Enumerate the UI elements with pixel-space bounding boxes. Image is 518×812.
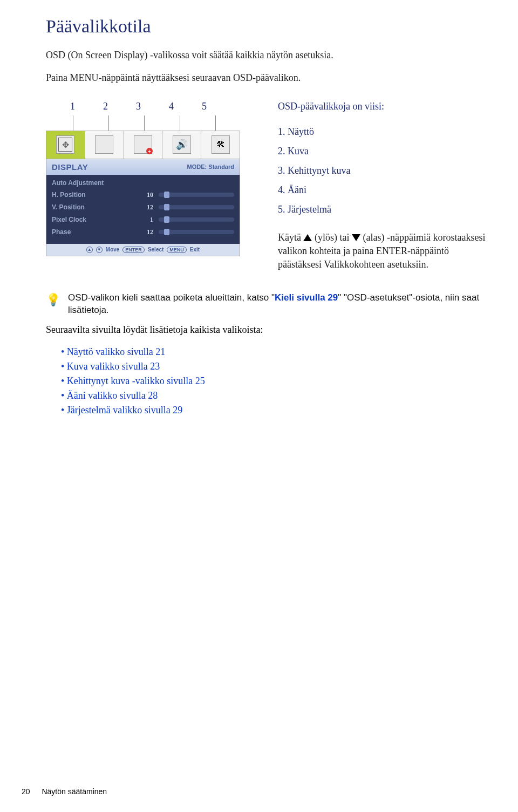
footer-enter-pill[interactable]: ENTER: [122, 247, 145, 253]
row-vpos-value: 12: [137, 203, 153, 211]
row-auto-label: Auto Adjustment: [52, 179, 234, 187]
tab-system[interactable]: [201, 131, 240, 159]
menu-item-3: 3. Kehittynyt kuva: [278, 161, 491, 180]
leader-lines: [73, 115, 251, 131]
page-footer: 20 Näytön säätäminen: [22, 787, 107, 796]
tab-picture-advanced[interactable]: [124, 131, 163, 159]
row-phase-value: 12: [137, 228, 153, 236]
callout-2: 2: [103, 101, 108, 112]
osd-footer: ▲ ▼ Move ENTER Select MENU Exit: [46, 244, 240, 256]
intro-paragraph: OSD (On Screen Display) -valikossa voit …: [46, 49, 491, 62]
lightbulb-icon: 💡: [46, 293, 60, 317]
menu-item-1: 1. Näyttö: [278, 122, 491, 141]
footer-down-icon[interactable]: ▼: [96, 247, 103, 253]
row-vpos-slider[interactable]: [159, 205, 234, 209]
menu-list: 1. Näyttö 2. Kuva 3. Kehittynyt kuva 4. …: [278, 122, 491, 219]
footer-section: Näytön säätäminen: [42, 787, 107, 796]
tab-picture[interactable]: [85, 131, 124, 159]
osd-header-title: DISPLAY: [52, 162, 88, 172]
osd-tabs: [46, 131, 240, 159]
row-vpos-label: V. Position: [52, 203, 137, 211]
usage-t2: (ylös) tai: [312, 232, 352, 243]
picture-advanced-icon: [134, 135, 152, 154]
osd-panel: DISPLAY MODE: Standard Auto Adjustment H…: [46, 131, 240, 256]
footer-menu-pill[interactable]: MENU: [167, 247, 187, 253]
row-h-position[interactable]: H. Position 10: [51, 189, 235, 201]
row-pclk-value: 1: [137, 216, 153, 224]
link-4-text: Ääni valikko sivulla 28: [67, 390, 158, 401]
callout-4: 4: [169, 101, 174, 112]
link-3-text: Kehittynyt kuva -valikko sivulla 25: [67, 376, 205, 386]
row-hpos-label: H. Position: [52, 191, 137, 199]
footer-move: Move: [106, 247, 120, 253]
row-pclk-label: Pixel Clock: [52, 216, 137, 223]
footer-exit: Exit: [190, 247, 200, 253]
audio-icon: [173, 135, 191, 154]
callout-5: 5: [202, 101, 207, 112]
after-note: Seuraavilta sivuilta löydät lisätietoja …: [46, 324, 491, 336]
usage-enter: ENTER: [376, 245, 407, 256]
link-2[interactable]: • Kuva valikko sivulla 23: [61, 361, 491, 372]
osd-rows: Auto Adjustment H. Position 10 V. Positi…: [46, 175, 240, 244]
display-icon: [56, 135, 74, 154]
usage-t1: Käytä: [278, 232, 303, 243]
menu-item-5: 5. Järjestelmä: [278, 200, 491, 219]
menu-item-2: 2. Kuva: [278, 141, 491, 161]
instruction-paragraph: Paina MENU-näppäintä näyttääksesi seuraa…: [46, 71, 491, 84]
instruction-post: -näppäintä näyttääksesi seuraavan OSD-pä…: [99, 72, 301, 83]
osd-header-mode: MODE: Standard: [187, 163, 234, 170]
link-1-text: Näyttö valikko sivulla 21: [67, 346, 165, 357]
note-link[interactable]: Kieli sivulla 29: [275, 292, 338, 303]
right-heading: OSD-päävalikkoja on viisi:: [278, 101, 491, 112]
link-5-text: Järjestelmä valikko sivulla 29: [67, 405, 182, 415]
row-hpos-value: 10: [137, 191, 153, 199]
triangle-up-icon: [303, 234, 312, 241]
row-pixel-clock[interactable]: Pixel Clock 1: [51, 214, 235, 226]
footer-select: Select: [148, 247, 163, 253]
row-phase[interactable]: Phase 12: [51, 226, 235, 238]
triangle-down-icon: [352, 234, 360, 241]
tab-display[interactable]: [46, 131, 85, 159]
note-text: OSD-valikon kieli saattaa poiketa alueit…: [68, 292, 491, 317]
row-v-position[interactable]: V. Position 12: [51, 201, 235, 214]
row-phase-slider[interactable]: [159, 230, 234, 234]
row-pclk-slider[interactable]: [159, 217, 234, 222]
link-5[interactable]: • Järjestelmä valikko sivulla 29: [61, 405, 491, 416]
row-phase-label: Phase: [52, 228, 137, 236]
link-1[interactable]: • Näyttö valikko sivulla 21: [61, 346, 491, 358]
callout-1: 1: [70, 101, 75, 112]
note-block: 💡 OSD-valikon kieli saattaa poiketa alue…: [46, 292, 491, 317]
instruction-pre: Paina: [46, 72, 70, 83]
osd-header: DISPLAY MODE: Standard: [46, 159, 240, 175]
menu-keyword: MENU: [70, 72, 99, 83]
tab-audio[interactable]: [162, 131, 201, 159]
row-hpos-slider[interactable]: [159, 193, 234, 197]
link-2-text: Kuva valikko sivulla 23: [67, 361, 160, 372]
system-icon: [212, 135, 230, 154]
usage-paragraph: Käytä (ylös) tai (alas) -näppäimiä koros…: [278, 231, 491, 272]
note-pre: OSD-valikon kieli saattaa poiketa alueit…: [68, 292, 275, 303]
page-title: Päävalikkotila: [46, 16, 491, 37]
link-list: • Näyttö valikko sivulla 21 • Kuva valik…: [61, 346, 491, 416]
link-4[interactable]: • Ääni valikko sivulla 28: [61, 390, 491, 401]
row-auto-adjustment[interactable]: Auto Adjustment: [51, 177, 235, 189]
footer-up-icon[interactable]: ▲: [86, 247, 93, 253]
page-number: 20: [22, 787, 30, 796]
menu-item-4: 4. Ääni: [278, 180, 491, 200]
picture-icon: [95, 135, 113, 154]
callout-3: 3: [136, 101, 141, 112]
callout-numbers: 1 2 3 4 5: [70, 101, 251, 112]
link-3[interactable]: • Kehittynyt kuva -valikko sivulla 25: [61, 376, 491, 387]
